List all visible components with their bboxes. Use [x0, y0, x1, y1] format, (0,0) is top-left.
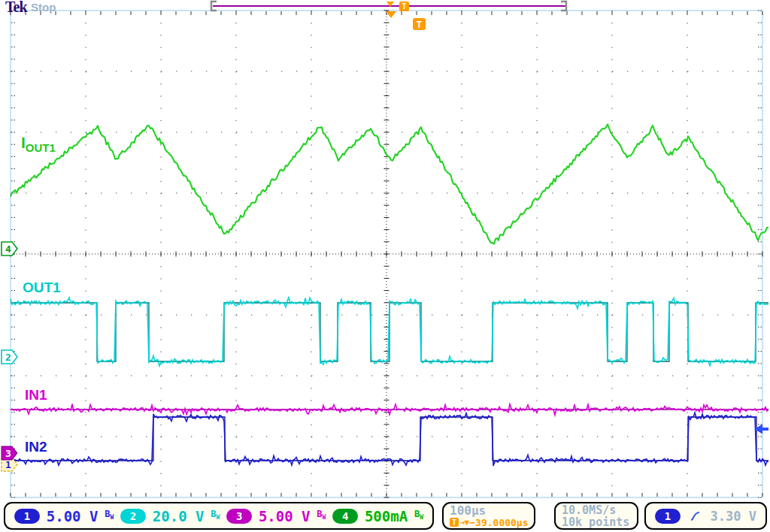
trace-out1: [11, 298, 768, 366]
record-length: 10k points: [562, 516, 629, 528]
svg-text:1: 1: [5, 459, 11, 470]
ch4-bandwidth-icon: BW: [414, 509, 423, 522]
label-in1: IN1: [25, 387, 47, 403]
ch4-badge: 4: [332, 509, 358, 524]
sample-rate: 10.0MS/s: [562, 504, 616, 516]
ch2-badge: 2: [120, 509, 146, 524]
trigger-delay: T →▼ −39.0000µs: [450, 517, 529, 528]
ch2-scale: 20.0 V: [153, 508, 205, 524]
trigger-t-icon: T: [402, 2, 406, 11]
timebase-scale: 100µs: [450, 504, 486, 517]
readout-bar: 1 5.00 V BW 2 20.0 V BW 3 5.00 V BW 4 50…: [0, 500, 770, 532]
graticule: [11, 11, 762, 497]
trace-iout1: [11, 125, 768, 244]
ch4-scale: 500mA: [365, 508, 408, 524]
trace-in1: [11, 404, 768, 416]
label-in2: IN2: [25, 439, 47, 455]
trigger-readout: 1 3.30 V: [644, 502, 767, 530]
ch3-badge: 3: [226, 509, 252, 524]
tek-logo: Tek: [5, 0, 27, 16]
svg-text:2: 2: [5, 352, 11, 363]
svg-text:3: 3: [5, 448, 11, 459]
trigger-t-flag-icon: T: [417, 19, 423, 30]
ch3-bandwidth-icon: BW: [317, 509, 326, 522]
sampling-readout: 10.0MS/s 10k points: [554, 502, 638, 530]
ch1-badge: 1: [14, 509, 40, 524]
channel-scale-readouts: 1 5.00 V BW 2 20.0 V BW 3 5.00 V BW 4 50…: [4, 502, 434, 530]
trigger-t-chip-icon: T: [450, 518, 459, 527]
trigger-level: 3.30 V: [711, 509, 756, 524]
trace-in2: [11, 413, 768, 466]
label-iout1: IOUT1: [21, 134, 56, 154]
waveform-display: T T IOUT1 OUT1 IN1 IN2 4 2 1 3: [0, 0, 770, 500]
channel-marker-ch4[interactable]: 4: [2, 242, 17, 255]
ch2-bandwidth-icon: BW: [211, 509, 220, 522]
ch3-scale: 5.00 V: [259, 508, 311, 524]
rising-edge-icon: [690, 509, 702, 523]
delay-arrow-icon: →▼: [460, 517, 468, 528]
delay-value: −39.0000µs: [469, 517, 528, 528]
trigger-source-badge: 1: [655, 509, 681, 524]
svg-text:4: 4: [5, 243, 11, 255]
ch1-scale: 5.00 V: [47, 508, 99, 524]
ch1-bandwidth-icon: BW: [105, 509, 114, 522]
label-out1: OUT1: [23, 280, 61, 295]
timebase-readout: 100µs T →▼ −39.0000µs: [442, 502, 535, 530]
acquisition-status: Stop: [31, 1, 56, 14]
channel-marker-ch2[interactable]: 2: [2, 350, 17, 364]
